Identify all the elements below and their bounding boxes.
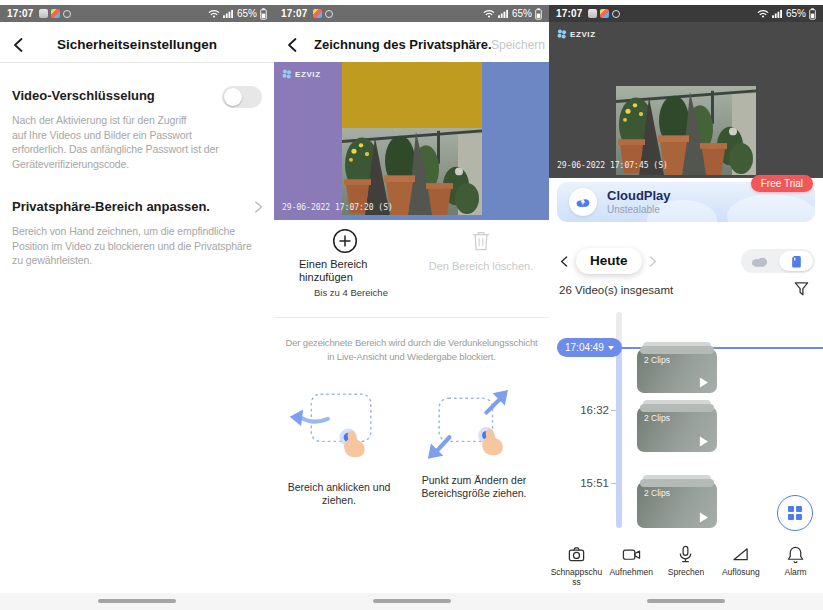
- signal-icon: [772, 9, 783, 18]
- play-icon[interactable]: [699, 377, 708, 388]
- notification-gallery-icon: [588, 9, 597, 18]
- cloud-upload-icon: [569, 188, 597, 216]
- status-bar: 17:07 65%: [549, 5, 823, 22]
- resolution-button[interactable]: Auflösung: [713, 538, 768, 593]
- gesture-strip: [549, 593, 823, 610]
- snapshot-label: Schnappschuss: [549, 567, 603, 587]
- free-trial-badge[interactable]: Free Trial: [751, 175, 813, 192]
- talk-button[interactable]: Sprechen: [659, 538, 714, 593]
- camera-icon: [567, 545, 586, 564]
- wifi-icon: [208, 9, 220, 18]
- previous-day-button[interactable]: [557, 254, 572, 269]
- signal-icon: [223, 9, 234, 18]
- status-bar: 17:07 65%: [274, 5, 549, 22]
- video-encryption-description: Nach der Aktivierung ist für den Zugriff…: [12, 113, 219, 171]
- privacy-mask-right: [482, 62, 549, 220]
- video-clip-card[interactable]: 2 Clips: [637, 482, 717, 528]
- add-area-sublabel: Bis zu 4 Bereiche: [314, 287, 394, 298]
- timeline-marker[interactable]: 17:04:49: [557, 338, 622, 357]
- battery-icon: [535, 8, 542, 20]
- status-right: 65%: [757, 8, 816, 20]
- resolution-icon: [731, 545, 750, 564]
- notification-app-icon: [325, 10, 333, 18]
- timeline-track[interactable]: [616, 348, 622, 528]
- ezviz-logo: EZVIZ: [282, 69, 321, 79]
- back-button[interactable]: [10, 36, 28, 54]
- save-button[interactable]: Speichern: [491, 28, 545, 62]
- clip-count-label: 2 Clips: [644, 488, 670, 498]
- header-divider: [0, 62, 274, 63]
- talk-label: Sprechen: [668, 567, 704, 577]
- notification-app-icon: [63, 10, 71, 18]
- battery-percent: 65%: [786, 8, 806, 19]
- signal-icon: [498, 9, 509, 18]
- gesture-strip: [0, 593, 274, 610]
- resolution-label: Auflösung: [722, 567, 760, 577]
- video-timestamp: 29-06-2022 17:07:20 (S): [282, 203, 393, 212]
- storage-source-toggle[interactable]: [741, 249, 815, 273]
- date-navigation: Heute: [549, 248, 823, 276]
- status-right: 65%: [483, 8, 542, 20]
- next-day-button[interactable]: [645, 254, 660, 269]
- privacy-mask-top[interactable]: [342, 62, 482, 128]
- video-encryption-toggle[interactable]: [222, 86, 262, 108]
- camera-preview[interactable]: EZVIZ 29-06-2022 17:07:20 (S): [274, 62, 549, 220]
- play-icon[interactable]: [699, 436, 708, 447]
- back-chevron-icon: [284, 36, 302, 54]
- video-timestamp: 29-06-2022 17:07:45 (S): [557, 161, 668, 170]
- back-chevron-icon: [10, 36, 28, 54]
- clock: 17:07: [281, 8, 308, 19]
- screen-privacy-area-drawing: 17:07 65% Zeichnung des Privatsphäre... …: [274, 0, 549, 610]
- cloudplay-title: CloudPlay: [607, 188, 671, 203]
- cloudplay-banner[interactable]: CloudPlay Unstealable Free Trial: [557, 182, 815, 222]
- drag-hint-text: Bereich anklicken und ziehen.: [276, 481, 402, 507]
- snapshot-button[interactable]: Schnappschuss: [549, 538, 604, 593]
- microphone-icon: [676, 545, 695, 564]
- grid-view-button[interactable]: [777, 495, 813, 531]
- home-indicator[interactable]: [647, 599, 725, 603]
- status-bar: 17:07 65%: [0, 5, 274, 22]
- add-area-button[interactable]: Einen Bereich hinzufügen Bis zu 4 Bereic…: [299, 228, 394, 298]
- bottom-toolbar: Schnappschuss Aufnehmen Sprechen Auflösu…: [549, 538, 823, 593]
- privacy-area-description: Bereich von Hand zeichnen, um die empfin…: [12, 224, 252, 268]
- privacy-mask-left: [274, 62, 342, 220]
- status-left: 17:07: [281, 8, 333, 19]
- delete-area-button[interactable]: Den Bereich löschen.: [424, 230, 538, 272]
- caret-down-icon: [608, 346, 614, 350]
- play-icon[interactable]: [699, 512, 708, 523]
- home-indicator[interactable]: [373, 599, 451, 603]
- record-button[interactable]: Aufnehmen: [604, 538, 659, 593]
- add-area-label: Einen Bereich hinzufügen: [299, 258, 394, 284]
- record-label: Aufnehmen: [609, 567, 652, 577]
- status-right: 65%: [208, 8, 267, 20]
- home-indicator[interactable]: [98, 599, 176, 603]
- trash-icon: [471, 230, 491, 252]
- triple-screenshot-canvas: 17:07 65% Sicherheitseinstellungen Video…: [0, 0, 823, 610]
- wifi-icon: [483, 9, 495, 18]
- notification-gallery-icon: [39, 9, 48, 18]
- timeline-marker-time: 17:04:49: [565, 342, 604, 353]
- notification-app-icon: [612, 10, 620, 18]
- toggle-knob: [224, 88, 242, 106]
- privacy-area-label: Privatsphäre-Bereich anpassen.: [12, 199, 210, 214]
- video-count: 26 Video(s) insgesamt: [559, 284, 673, 296]
- back-button[interactable]: [284, 36, 302, 54]
- video-clip-card[interactable]: 2 Clips: [637, 407, 717, 452]
- ezviz-flower-icon: [282, 69, 292, 79]
- live-video-player[interactable]: EZVIZ: [549, 22, 823, 178]
- status-left: 17:07: [556, 8, 620, 19]
- date-pill[interactable]: Heute: [576, 248, 642, 274]
- page-title: Zeichnung des Privatsphäre...: [314, 28, 491, 62]
- screen-camera-playback: 17:07 65% EZVIZ: [549, 0, 823, 610]
- filter-button[interactable]: [793, 281, 810, 298]
- video-clip-card[interactable]: 2 Clips: [637, 349, 717, 393]
- battery-icon: [260, 8, 267, 20]
- alarm-button[interactable]: Alarm: [768, 538, 823, 593]
- clip-count-label: 2 Clips: [644, 355, 670, 365]
- section-divider: [274, 317, 549, 318]
- clip-count-label: 2 Clips: [644, 413, 670, 423]
- resize-gesture-illustration: [422, 388, 522, 466]
- grid-icon: [788, 506, 802, 520]
- notification-screenshot-icon: [600, 9, 609, 18]
- timeline-time-label: 16:32: [563, 404, 609, 416]
